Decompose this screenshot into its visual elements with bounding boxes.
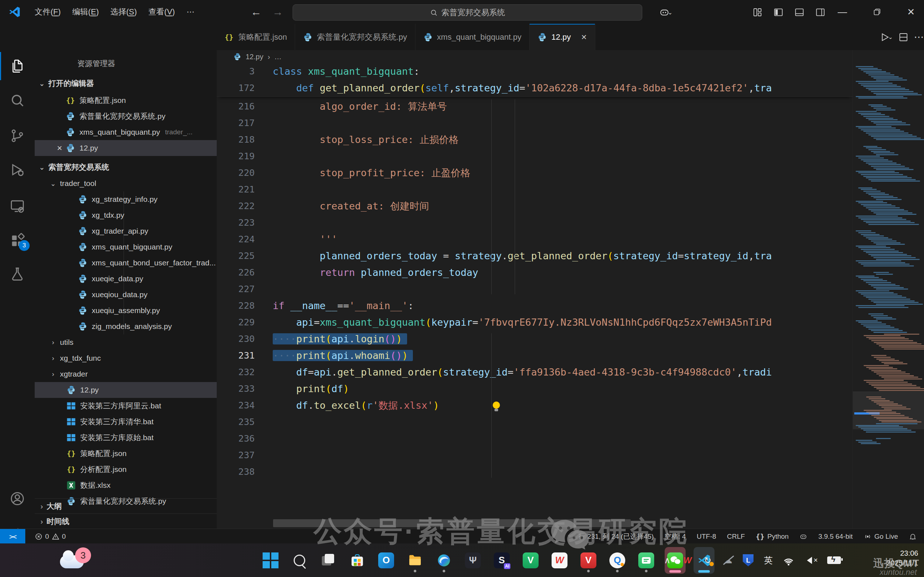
tree-file-zig_models_analysis.py[interactable]: zig_models_analysis.py bbox=[35, 319, 217, 334]
remote-indicator[interactable]: >< bbox=[0, 529, 25, 544]
code-line-231[interactable]: 231····print(api.whoami()) bbox=[217, 347, 853, 364]
tray-battery[interactable] bbox=[827, 556, 841, 564]
taskbar-edge[interactable] bbox=[434, 547, 455, 574]
code-line-230[interactable]: 230····print(api.login()) bbox=[217, 331, 853, 347]
weather-widget[interactable]: 3 bbox=[58, 547, 98, 575]
tray-wps-tray[interactable]: W bbox=[682, 553, 693, 567]
breadcrumb-more[interactable]: … bbox=[274, 53, 282, 61]
taskbar-task-view[interactable] bbox=[318, 547, 339, 574]
taskbar-green-app[interactable]: V bbox=[520, 547, 541, 574]
open-editors-section[interactable]: ⌄ 打开的编辑器 bbox=[35, 76, 217, 91]
code-line-217[interactable]: 217 bbox=[217, 115, 853, 131]
activity-run-debug[interactable] bbox=[0, 156, 35, 184]
code-line-228[interactable]: 228if __name__=='__main__': bbox=[217, 298, 853, 314]
tree-folder-utils[interactable]: ›utils bbox=[35, 334, 217, 350]
activity-account[interactable] bbox=[0, 485, 35, 513]
open-editor-item[interactable]: xms_quant_bigquant.pytrader_... bbox=[35, 124, 217, 140]
project-root-folder[interactable]: ⌄ 索普宽邦交易系统 bbox=[35, 160, 217, 175]
code-line-3[interactable]: 3class xms_quant_bigquant: bbox=[217, 63, 853, 80]
copilot-icon[interactable]: ⌄ bbox=[659, 5, 672, 19]
close-icon[interactable]: ✕ bbox=[581, 33, 587, 42]
tray-volume-muted[interactable] bbox=[803, 553, 818, 567]
open-editor-item[interactable]: 索普量化宽邦交易系统.py bbox=[35, 108, 217, 124]
open-editor-item[interactable]: {}策略配置.json bbox=[35, 92, 217, 108]
taskbar-qq-app[interactable]: Q bbox=[607, 547, 628, 574]
activity-explorer[interactable] bbox=[0, 52, 35, 80]
taskbar-game-app[interactable]: Ψ bbox=[462, 547, 483, 574]
panel-outline[interactable]: ›大纲 bbox=[35, 498, 217, 514]
activity-source-control[interactable] bbox=[0, 122, 35, 150]
code-line-233[interactable]: 233 print(df) bbox=[217, 380, 853, 397]
code-line-225[interactable]: 225 planned_orders_today = strategy.get_… bbox=[217, 248, 853, 264]
tree-folder-trader_tool[interactable]: ⌄trader_tool bbox=[35, 176, 217, 191]
activity-search[interactable] bbox=[0, 86, 35, 114]
code-editor[interactable]: 216 algo_order_id: 算法单号217218 stop_loss_… bbox=[217, 63, 853, 529]
code-line-218[interactable]: 218 stop_loss_price: 止损价格 bbox=[217, 131, 853, 148]
tray-ime[interactable]: 英 bbox=[763, 553, 774, 567]
run-python-file-button[interactable]: ⌄ bbox=[880, 32, 893, 43]
taskbar-store[interactable] bbox=[347, 547, 368, 574]
breadcrumb-file[interactable]: 12.py bbox=[246, 53, 263, 61]
tree-file-xueqiou_data.py[interactable]: xueqiou_data.py bbox=[35, 287, 217, 303]
tree-folder-xgtrader[interactable]: ›xgtrader bbox=[35, 366, 217, 382]
more-actions-icon[interactable]: ⋯ bbox=[914, 31, 924, 43]
breadcrumb[interactable]: 12.py › … bbox=[217, 50, 924, 63]
tree-file-数据.xlsx[interactable]: 数据.xlsx bbox=[35, 477, 217, 493]
activity-extensions[interactable]: 3 bbox=[0, 226, 35, 255]
horizontal-scrollbar[interactable] bbox=[273, 519, 631, 527]
minimize-button[interactable]: — bbox=[831, 0, 854, 24]
code-line-216[interactable]: 216 algo_order_id: 算法单号 bbox=[217, 98, 853, 115]
code-line-220[interactable]: 220 stop_profit_price: 止盈价格 bbox=[217, 164, 853, 181]
taskbar-file-explorer[interactable] bbox=[405, 547, 426, 574]
taskbar-red-app[interactable]: V bbox=[578, 547, 599, 574]
tree-file-安装第三方库清华.bat[interactable]: 安装第三方库清华.bat bbox=[35, 414, 217, 430]
activity-testing[interactable] bbox=[0, 260, 35, 288]
status-copilot-status[interactable] bbox=[799, 533, 807, 540]
code-line-234[interactable]: 234 df.to_excel(r'数据.xlsx') bbox=[217, 397, 853, 414]
status-eol[interactable]: CRLF bbox=[727, 533, 745, 540]
toggle-panel-icon[interactable] bbox=[792, 5, 806, 19]
code-line-219[interactable]: 219 bbox=[217, 148, 853, 164]
status-go-live[interactable]: Go Live bbox=[864, 533, 898, 540]
close-button[interactable]: ✕ bbox=[900, 0, 922, 24]
back-button[interactable]: ← bbox=[249, 5, 263, 19]
close-icon[interactable]: ✕ bbox=[53, 144, 66, 152]
code-line-223[interactable]: 223 bbox=[217, 214, 853, 231]
command-center-search[interactable]: 索普宽邦交易系统 bbox=[293, 4, 642, 21]
problems-status[interactable]: 0 0 bbox=[35, 533, 66, 540]
tree-file-安装第三方库原始.bat[interactable]: 安装第三方库原始.bat bbox=[35, 430, 217, 446]
tree-file-xueqie_data.py[interactable]: xueqie_data.py bbox=[35, 271, 217, 287]
lightbulb-icon[interactable] bbox=[490, 401, 503, 413]
code-line-221[interactable]: 221 bbox=[217, 181, 853, 198]
menu-item-2[interactable]: 选择(S) bbox=[105, 4, 142, 19]
tree-file-xg_trader_api.py[interactable]: xg_trader_api.py bbox=[35, 223, 217, 239]
taskbar-start[interactable] bbox=[260, 547, 281, 574]
tree-file-xms_quant_bond_user_factor_trad...[interactable]: xms_quant_bond_user_factor_trad... bbox=[35, 255, 217, 271]
code-line-224[interactable]: 224 ''' bbox=[217, 231, 853, 248]
tree-file-安装第三方库阿里云.bat[interactable]: 安装第三方库阿里云.bat bbox=[35, 398, 217, 414]
tree-file-分析配置.json[interactable]: {}分析配置.json bbox=[35, 461, 217, 477]
tree-folder-xg_tdx_func[interactable]: ›xg_tdx_func bbox=[35, 350, 217, 366]
panel-timeline[interactable]: ›时间线 bbox=[35, 513, 217, 529]
tree-file-xms_quant_bigquant.py[interactable]: xms_quant_bigquant.py bbox=[35, 239, 217, 255]
taskbar-search[interactable] bbox=[289, 547, 310, 574]
customize-layout-icon[interactable] bbox=[751, 5, 764, 19]
tray-wifi[interactable] bbox=[783, 553, 794, 567]
tree-file-xueqiu_assembly.py[interactable]: xueqiu_assembly.py bbox=[35, 303, 217, 319]
tree-file-xg_strategy_info.py[interactable]: xg_strategy_info.py bbox=[35, 191, 217, 207]
menu-item-0[interactable]: 文件(F) bbox=[29, 4, 66, 19]
forward-button[interactable]: → bbox=[271, 5, 285, 19]
taskbar-chat-app[interactable] bbox=[636, 547, 657, 574]
menu-item-3[interactable]: 查看(V) bbox=[143, 4, 181, 19]
tab-索普量化宽邦交易系统.py[interactable]: 索普量化宽邦交易系统.py bbox=[295, 24, 415, 50]
chevron-down-icon[interactable]: ⌄ bbox=[888, 34, 893, 40]
code-line-222[interactable]: 222 created_at: 创建时间 bbox=[217, 198, 853, 214]
activity-remote-explorer[interactable] bbox=[0, 192, 35, 220]
tray-tray-expand[interactable]: ∧ bbox=[662, 553, 672, 567]
code-line-229[interactable]: 229 api=xms_quant_bigquant(keypair='7fbv… bbox=[217, 314, 853, 331]
toggle-primary-sidebar-icon[interactable] bbox=[772, 5, 785, 19]
minimap[interactable] bbox=[853, 50, 924, 529]
code-line-237[interactable]: 237 bbox=[217, 447, 853, 464]
status-python-interpreter[interactable]: 3.9.5 64-bit bbox=[818, 533, 853, 540]
status-encoding[interactable]: UTF-8 bbox=[697, 533, 716, 540]
